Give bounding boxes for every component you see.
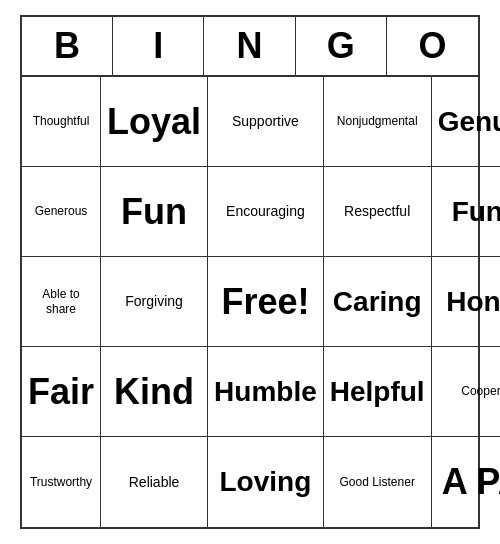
cell-text: Reliable bbox=[129, 474, 180, 491]
cell-text: Fair bbox=[28, 370, 94, 413]
cell-text: Loving bbox=[220, 465, 312, 499]
bingo-cell: Kind bbox=[101, 347, 208, 437]
bingo-cell: Loyal bbox=[101, 77, 208, 167]
bingo-cell: Free! bbox=[208, 257, 324, 347]
cell-text: Good Listener bbox=[340, 475, 415, 489]
header-letter: I bbox=[113, 17, 204, 75]
bingo-cell: Encouraging bbox=[208, 167, 324, 257]
bingo-card: BINGO ThoughtfulLoyalSupportiveNonjudgme… bbox=[20, 15, 480, 529]
bingo-cell: Supportive bbox=[208, 77, 324, 167]
cell-text: Supportive bbox=[232, 113, 299, 130]
cell-text: Encouraging bbox=[226, 203, 305, 220]
header-letter: B bbox=[22, 17, 113, 75]
bingo-cell: Reliable bbox=[101, 437, 208, 527]
cell-text: Genuine bbox=[438, 105, 500, 139]
cell-text: Loyal bbox=[107, 100, 201, 143]
bingo-cell: Generous bbox=[22, 167, 101, 257]
cell-text: Cooperative bbox=[461, 384, 500, 398]
bingo-cell: Fair bbox=[22, 347, 101, 437]
cell-text: Generous bbox=[35, 204, 88, 218]
bingo-cell: Humble bbox=[208, 347, 324, 437]
cell-text: Nonjudgmental bbox=[337, 114, 418, 128]
bingo-cell: Good Listener bbox=[324, 437, 432, 527]
cell-text: Honest bbox=[446, 285, 500, 319]
cell-text: Kind bbox=[114, 370, 194, 413]
bingo-cell: Fun bbox=[101, 167, 208, 257]
cell-text: Trustworthy bbox=[30, 475, 92, 489]
cell-text: Thoughtful bbox=[33, 114, 90, 128]
bingo-cell: Forgiving bbox=[101, 257, 208, 347]
cell-text: Respectful bbox=[344, 203, 410, 220]
cell-text: Caring bbox=[333, 285, 422, 319]
bingo-cell: A PAL bbox=[432, 437, 500, 527]
bingo-cell: Cooperative bbox=[432, 347, 500, 437]
cell-text: Free! bbox=[221, 280, 309, 323]
bingo-cell: Helpful bbox=[324, 347, 432, 437]
bingo-cell: Genuine bbox=[432, 77, 500, 167]
cell-text: Able to share bbox=[28, 287, 94, 316]
cell-text: Funny bbox=[452, 195, 500, 229]
cell-text: Humble bbox=[214, 375, 317, 409]
header-letter: N bbox=[204, 17, 295, 75]
bingo-cell: Caring bbox=[324, 257, 432, 347]
bingo-cell: Trustworthy bbox=[22, 437, 101, 527]
bingo-cell: Respectful bbox=[324, 167, 432, 257]
bingo-cell: Funny bbox=[432, 167, 500, 257]
bingo-grid: ThoughtfulLoyalSupportiveNonjudgmentalGe… bbox=[22, 77, 478, 527]
bingo-cell: Loving bbox=[208, 437, 324, 527]
cell-text: Helpful bbox=[330, 375, 425, 409]
bingo-cell: Honest bbox=[432, 257, 500, 347]
bingo-header: BINGO bbox=[22, 17, 478, 77]
bingo-cell: Able to share bbox=[22, 257, 101, 347]
bingo-cell: Thoughtful bbox=[22, 77, 101, 167]
bingo-cell: Nonjudgmental bbox=[324, 77, 432, 167]
cell-text: A PAL bbox=[442, 460, 500, 503]
header-letter: O bbox=[387, 17, 478, 75]
header-letter: G bbox=[296, 17, 387, 75]
cell-text: Forgiving bbox=[125, 293, 183, 310]
cell-text: Fun bbox=[121, 190, 187, 233]
